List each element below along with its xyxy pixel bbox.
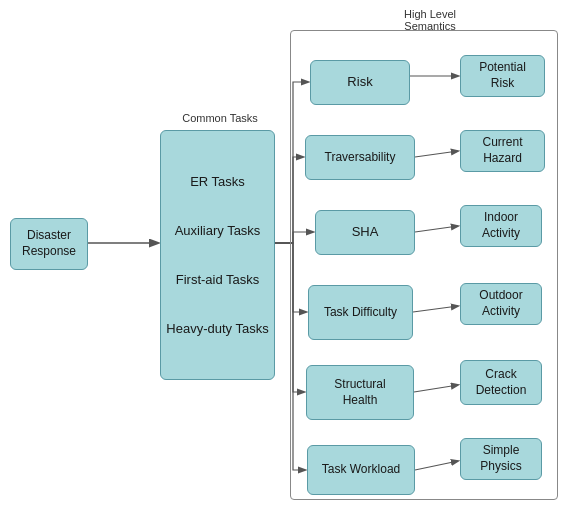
potential-risk-box: PotentialRisk [460,55,545,97]
common-tasks-label: Common Tasks [165,112,275,124]
auxiliary-tasks-label: Auxiliary Tasks [166,215,269,246]
heavy-duty-tasks-label: Heavy-duty Tasks [166,313,269,344]
svg-line-6 [415,461,458,470]
svg-line-5 [414,385,458,392]
svg-line-4 [413,306,458,312]
disaster-response-box: DisasterResponse [10,218,88,270]
diagram-container: High LevelSemantics Common Tasks Disaste… [0,0,566,526]
simple-physics-box: SimplePhysics [460,438,542,480]
risk-box: Risk [310,60,410,105]
traversability-box: Traversability [305,135,415,180]
common-tasks-box: ER Tasks Auxiliary Tasks First-aid Tasks… [160,130,275,380]
er-tasks-label: ER Tasks [166,166,269,197]
sha-box: SHA [315,210,415,255]
task-workload-box: Task Workload [307,445,415,495]
task-difficulty-box: Task Difficulty [308,285,413,340]
svg-line-3 [415,226,458,232]
current-hazard-box: CurrentHazard [460,130,545,172]
indoor-activity-box: IndoorActivity [460,205,542,247]
high-level-semantics-label: High LevelSemantics [380,8,480,32]
crack-detection-box: CrackDetection [460,360,542,405]
first-aid-tasks-label: First-aid Tasks [166,264,269,295]
svg-line-2 [415,151,458,157]
structural-health-box: StructuralHealth [306,365,414,420]
outdoor-activity-box: OutdoorActivity [460,283,542,325]
